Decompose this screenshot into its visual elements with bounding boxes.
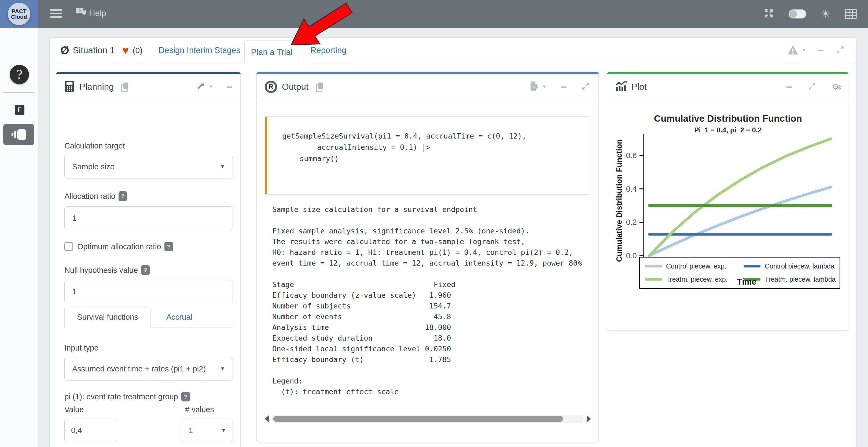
help-button[interactable]: ? Help [75, 7, 106, 19]
caret-down-icon: ▼ [542, 84, 547, 90]
brand-line1: PACT [11, 8, 27, 14]
favorite-heart-icon[interactable]: ♥ [122, 45, 129, 56]
caret-down-icon: ▼ [209, 84, 213, 90]
legend-line-swatch [645, 278, 662, 281]
r-code-text: getSampleSizeSurvival(pi1 = 0.4, accrual… [267, 116, 591, 164]
collapse-output-button[interactable]: − [561, 84, 567, 90]
null-hypothesis-input[interactable]: 1 [64, 280, 233, 303]
optimum-allocation-row: Optimum allocation ratio ? [64, 242, 173, 251]
collapse-card-button[interactable]: − [817, 48, 824, 53]
tab-design-interim-stages[interactable]: Design Interim Stages [158, 38, 240, 63]
allocation-ratio-input[interactable]: 1 [64, 206, 233, 230]
plot-panel: Plot − ⚙⚙ Cumulative Distribution Functi… [607, 72, 848, 331]
sidebar-divider [3, 92, 34, 93]
pi1-column-headers: Value # values [64, 405, 233, 414]
num-values-header: # values [185, 405, 214, 414]
calculation-target-label: Calculation target [64, 141, 125, 150]
output-accent-bar [256, 72, 599, 74]
output-horizontal-scrollbar[interactable] [265, 413, 591, 424]
cdf-chart: Cumulative Distribution Function Pi_1 = … [607, 99, 849, 331]
null-hypothesis-label: Null hypothesis value ? [64, 265, 150, 275]
pi1-value-input[interactable]: 0,4 [64, 419, 117, 442]
planning-panel-title: Planning [80, 82, 114, 92]
export-dropdown[interactable]: ▼ [529, 81, 547, 93]
sidebar-item-f-icon[interactable]: F [15, 105, 24, 115]
red-annotation-arrow [282, 2, 360, 50]
planning-subtabs: Survival functions Accrual [64, 307, 233, 328]
optimum-allocation-checkbox[interactable] [64, 242, 73, 251]
input-type-select[interactable]: Assumed event time + rates (pi1 + pi2)▼ [64, 357, 233, 381]
menu-icon[interactable] [50, 9, 62, 19]
help-badge-icon[interactable]: ? [119, 191, 127, 201]
svg-text:0.0: 0.0 [626, 251, 637, 260]
calculator-icon [64, 80, 74, 94]
scrollbar-track[interactable] [272, 415, 583, 423]
chart-x-axis-label: Time [715, 277, 779, 287]
situation-card-header: Ø Situation 1 ♥ (0) Design Interim Stage… [50, 38, 856, 63]
chevron-down-icon: ▼ [221, 427, 226, 433]
expand-plot-button[interactable] [807, 81, 817, 92]
planning-panel: Planning ▼ − Calculation target Sample s… [56, 72, 241, 447]
file-export-icon [529, 81, 539, 93]
expand-card-button[interactable] [835, 45, 845, 56]
subtab-survival-functions[interactable]: Survival functions [64, 307, 151, 328]
copy-icon[interactable] [121, 82, 128, 91]
input-type-label: Input type [64, 344, 98, 352]
legend-label: Control piecew. lambda [765, 262, 834, 270]
help-badge-icon[interactable]: ? [181, 392, 190, 402]
scroll-right-icon[interactable] [587, 415, 591, 423]
optimum-allocation-label: Optimum allocation ratio ? [77, 242, 173, 251]
output-report-text: Sample size calculation for a survival e… [272, 204, 582, 397]
legend-label: Control piecew. exp. [666, 262, 726, 270]
rpact-cloud-logo: PACT Cloud [8, 3, 30, 25]
allocation-ratio-label: Allocation ratio ? [64, 191, 127, 201]
collapse-planning-button[interactable]: − [226, 84, 232, 90]
subtab-accrual[interactable]: Accrual [166, 307, 192, 328]
calculation-target-select[interactable]: Sample size▼ [64, 155, 233, 178]
topbar: PACT Cloud ? Help ☀ [0, 0, 868, 28]
legend-entry: Control piecew. lambda [744, 262, 836, 270]
copy-icon[interactable] [316, 82, 323, 91]
r-code-block[interactable]: getSampleSizeSurvival(pi1 = 0.4, accrual… [265, 116, 591, 195]
brand-logo[interactable]: PACT Cloud [0, 0, 38, 28]
plot-panel-title: Plot [631, 82, 647, 92]
svg-text:0.2: 0.2 [626, 218, 637, 227]
gears-settings-icon[interactable]: ⚙⚙ [832, 82, 840, 91]
help-badge-icon[interactable]: ? [164, 242, 173, 251]
question-mark-avatar[interactable]: ? [10, 65, 29, 84]
brand-line2: Cloud [11, 14, 27, 20]
chart-line-icon [615, 81, 627, 93]
apps-grid-icon[interactable] [845, 9, 857, 19]
pi1-num-values-select[interactable]: 1▼ [182, 419, 233, 442]
plot-accent-bar [607, 72, 848, 74]
scroll-left-icon[interactable] [265, 415, 269, 423]
output-panel-title: Output [282, 82, 308, 92]
legend-entry: Control piecew. exp. [645, 262, 744, 270]
help-label: Help [89, 8, 106, 18]
situation-card: Ø Situation 1 ♥ (0) Design Interim Stage… [50, 37, 856, 447]
legend-line-swatch [744, 265, 761, 268]
wrench-icon [196, 82, 206, 92]
svg-text:0.6: 0.6 [626, 151, 637, 160]
help-chat-icon: ? [75, 7, 86, 19]
sidebar: ? F [0, 28, 38, 447]
output-panel: R Output ▼ − getSampleSizeSurvival(pi1 =… [256, 72, 599, 442]
fullscreen-arrows-icon[interactable] [764, 8, 774, 20]
expand-output-button[interactable] [581, 81, 590, 92]
caret-down-icon: ▼ [802, 48, 806, 53]
planning-accent-bar [56, 72, 241, 74]
collapse-plot-button[interactable]: − [786, 84, 792, 90]
theme-toggle[interactable] [788, 9, 806, 19]
svg-text:?: ? [78, 8, 81, 13]
svg-text:0.4: 0.4 [626, 185, 637, 193]
legend-line-swatch [645, 265, 662, 268]
sidebar-panel-toggle-button[interactable] [3, 124, 34, 145]
r-logo-icon: R [265, 81, 277, 93]
scrollbar-thumb[interactable] [273, 416, 563, 422]
light-mode-sun-icon[interactable]: ☀ [821, 8, 831, 19]
pi1-label: pi (1): event rate treatment group ? [64, 392, 190, 402]
favorite-count: (0) [133, 46, 143, 55]
warnings-dropdown[interactable]: ▼ [787, 45, 806, 56]
help-badge-icon[interactable]: ? [141, 265, 150, 275]
planning-tools-dropdown[interactable]: ▼ [196, 82, 213, 92]
